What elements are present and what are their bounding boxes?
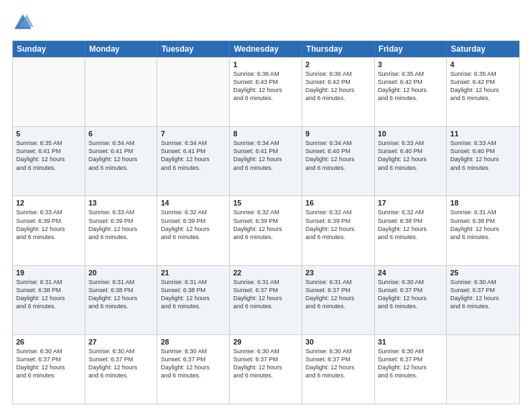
calendar-day-cell: 22Sunrise: 6:31 AM Sunset: 6:37 PM Dayli… <box>230 266 302 334</box>
day-number: 25 <box>450 269 516 277</box>
day-info: Sunrise: 6:30 AM Sunset: 6:37 PM Dayligh… <box>233 347 298 380</box>
calendar-body: 1Sunrise: 6:36 AM Sunset: 6:43 PM Daylig… <box>13 57 519 404</box>
day-info: Sunrise: 6:32 AM Sunset: 6:39 PM Dayligh… <box>306 208 371 241</box>
day-info: Sunrise: 6:31 AM Sunset: 6:38 PM Dayligh… <box>450 208 516 241</box>
calendar-day-cell: 2Sunrise: 6:36 AM Sunset: 6:42 PM Daylig… <box>302 58 375 126</box>
calendar-day-cell: 30Sunrise: 6:30 AM Sunset: 6:37 PM Dayli… <box>302 335 375 404</box>
calendar-empty-cell <box>157 58 230 126</box>
calendar-day-cell: 13Sunrise: 6:33 AM Sunset: 6:39 PM Dayli… <box>85 196 158 265</box>
calendar-day-cell: 9Sunrise: 6:34 AM Sunset: 6:40 PM Daylig… <box>302 127 375 195</box>
day-number: 10 <box>378 130 443 138</box>
day-number: 4 <box>450 60 516 68</box>
day-info: Sunrise: 6:30 AM Sunset: 6:37 PM Dayligh… <box>16 347 81 380</box>
calendar-day-cell: 10Sunrise: 6:33 AM Sunset: 6:40 PM Dayli… <box>375 127 447 195</box>
day-info: Sunrise: 6:34 AM Sunset: 6:41 PM Dayligh… <box>233 139 298 172</box>
day-number: 29 <box>233 338 298 346</box>
calendar-day-cell: 24Sunrise: 6:30 AM Sunset: 6:37 PM Dayli… <box>375 266 447 334</box>
calendar-day-cell: 31Sunrise: 6:30 AM Sunset: 6:37 PM Dayli… <box>375 335 447 404</box>
day-number: 16 <box>306 199 371 207</box>
day-number: 7 <box>161 130 226 138</box>
calendar-day-cell: 4Sunrise: 6:35 AM Sunset: 6:42 PM Daylig… <box>447 58 519 126</box>
logo-icon <box>12 12 34 34</box>
day-info: Sunrise: 6:30 AM Sunset: 6:37 PM Dayligh… <box>450 278 516 311</box>
calendar-row: 19Sunrise: 6:31 AM Sunset: 6:38 PM Dayli… <box>13 265 519 334</box>
calendar-header-cell: Thursday <box>302 41 375 57</box>
day-number: 12 <box>16 199 81 207</box>
calendar-day-cell: 25Sunrise: 6:30 AM Sunset: 6:37 PM Dayli… <box>447 266 519 334</box>
day-info: Sunrise: 6:35 AM Sunset: 6:42 PM Dayligh… <box>450 70 516 103</box>
day-info: Sunrise: 6:31 AM Sunset: 6:37 PM Dayligh… <box>233 278 298 311</box>
day-number: 19 <box>16 269 81 277</box>
calendar-day-cell: 23Sunrise: 6:31 AM Sunset: 6:37 PM Dayli… <box>302 266 375 334</box>
day-info: Sunrise: 6:30 AM Sunset: 6:37 PM Dayligh… <box>161 347 226 380</box>
calendar-header-cell: Friday <box>375 41 447 57</box>
calendar-empty-cell <box>13 58 85 126</box>
day-number: 3 <box>378 60 443 68</box>
day-number: 11 <box>450 130 516 138</box>
calendar-header-cell: Saturday <box>447 41 519 57</box>
calendar-day-cell: 20Sunrise: 6:31 AM Sunset: 6:38 PM Dayli… <box>85 266 158 334</box>
day-number: 23 <box>306 269 371 277</box>
calendar-day-cell: 12Sunrise: 6:33 AM Sunset: 6:39 PM Dayli… <box>13 196 85 265</box>
logo <box>12 12 36 34</box>
day-number: 26 <box>16 338 81 346</box>
day-info: Sunrise: 6:32 AM Sunset: 6:39 PM Dayligh… <box>233 208 298 241</box>
day-info: Sunrise: 6:34 AM Sunset: 6:41 PM Dayligh… <box>89 139 154 172</box>
calendar-header-cell: Monday <box>85 41 158 57</box>
day-info: Sunrise: 6:33 AM Sunset: 6:40 PM Dayligh… <box>450 139 516 172</box>
day-number: 21 <box>161 269 226 277</box>
calendar-day-cell: 17Sunrise: 6:32 AM Sunset: 6:38 PM Dayli… <box>375 196 447 265</box>
calendar-header-cell: Wednesday <box>230 41 302 57</box>
day-info: Sunrise: 6:32 AM Sunset: 6:38 PM Dayligh… <box>378 208 443 241</box>
calendar-day-cell: 28Sunrise: 6:30 AM Sunset: 6:37 PM Dayli… <box>157 335 230 404</box>
day-info: Sunrise: 6:33 AM Sunset: 6:39 PM Dayligh… <box>16 208 81 241</box>
day-number: 30 <box>306 338 371 346</box>
day-number: 5 <box>16 130 81 138</box>
day-number: 9 <box>306 130 371 138</box>
day-info: Sunrise: 6:34 AM Sunset: 6:41 PM Dayligh… <box>161 139 226 172</box>
day-info: Sunrise: 6:36 AM Sunset: 6:42 PM Dayligh… <box>306 70 371 103</box>
day-info: Sunrise: 6:36 AM Sunset: 6:43 PM Dayligh… <box>233 70 298 103</box>
calendar-empty-cell <box>85 58 158 126</box>
calendar-header-cell: Sunday <box>13 41 85 57</box>
calendar-day-cell: 14Sunrise: 6:32 AM Sunset: 6:39 PM Dayli… <box>157 196 230 265</box>
day-info: Sunrise: 6:35 AM Sunset: 6:41 PM Dayligh… <box>16 139 81 172</box>
day-info: Sunrise: 6:31 AM Sunset: 6:37 PM Dayligh… <box>306 278 371 311</box>
calendar-row: 1Sunrise: 6:36 AM Sunset: 6:43 PM Daylig… <box>13 57 519 126</box>
day-info: Sunrise: 6:34 AM Sunset: 6:40 PM Dayligh… <box>306 139 371 172</box>
calendar-day-cell: 27Sunrise: 6:30 AM Sunset: 6:37 PM Dayli… <box>85 335 158 404</box>
day-number: 13 <box>89 199 154 207</box>
calendar-day-cell: 26Sunrise: 6:30 AM Sunset: 6:37 PM Dayli… <box>13 335 85 404</box>
calendar-day-cell: 11Sunrise: 6:33 AM Sunset: 6:40 PM Dayli… <box>447 127 519 195</box>
day-number: 27 <box>89 338 154 346</box>
day-info: Sunrise: 6:33 AM Sunset: 6:40 PM Dayligh… <box>378 139 443 172</box>
day-info: Sunrise: 6:31 AM Sunset: 6:38 PM Dayligh… <box>16 278 81 311</box>
day-number: 28 <box>161 338 226 346</box>
day-number: 8 <box>233 130 298 138</box>
calendar-day-cell: 29Sunrise: 6:30 AM Sunset: 6:37 PM Dayli… <box>230 335 302 404</box>
day-number: 18 <box>450 199 516 207</box>
calendar-day-cell: 6Sunrise: 6:34 AM Sunset: 6:41 PM Daylig… <box>85 127 158 195</box>
calendar-day-cell: 8Sunrise: 6:34 AM Sunset: 6:41 PM Daylig… <box>230 127 302 195</box>
calendar-day-cell: 18Sunrise: 6:31 AM Sunset: 6:38 PM Dayli… <box>447 196 519 265</box>
calendar-day-cell: 3Sunrise: 6:35 AM Sunset: 6:42 PM Daylig… <box>375 58 447 126</box>
day-number: 6 <box>89 130 154 138</box>
day-info: Sunrise: 6:32 AM Sunset: 6:39 PM Dayligh… <box>161 208 226 241</box>
day-number: 2 <box>306 60 371 68</box>
day-number: 17 <box>378 199 443 207</box>
day-number: 24 <box>378 269 443 277</box>
calendar-header-cell: Tuesday <box>157 41 230 57</box>
day-info: Sunrise: 6:35 AM Sunset: 6:42 PM Dayligh… <box>378 70 443 103</box>
calendar-empty-cell <box>447 335 519 404</box>
calendar-row: 26Sunrise: 6:30 AM Sunset: 6:37 PM Dayli… <box>13 334 519 404</box>
day-number: 15 <box>233 199 298 207</box>
calendar-day-cell: 5Sunrise: 6:35 AM Sunset: 6:41 PM Daylig… <box>13 127 85 195</box>
page: SundayMondayTuesdayWednesdayThursdayFrid… <box>0 0 532 411</box>
day-info: Sunrise: 6:33 AM Sunset: 6:39 PM Dayligh… <box>89 208 154 241</box>
calendar-day-cell: 1Sunrise: 6:36 AM Sunset: 6:43 PM Daylig… <box>230 58 302 126</box>
header <box>12 12 520 34</box>
calendar-day-cell: 16Sunrise: 6:32 AM Sunset: 6:39 PM Dayli… <box>302 196 375 265</box>
day-info: Sunrise: 6:30 AM Sunset: 6:37 PM Dayligh… <box>378 347 443 380</box>
day-info: Sunrise: 6:30 AM Sunset: 6:37 PM Dayligh… <box>378 278 443 311</box>
calendar-row: 12Sunrise: 6:33 AM Sunset: 6:39 PM Dayli… <box>13 195 519 265</box>
